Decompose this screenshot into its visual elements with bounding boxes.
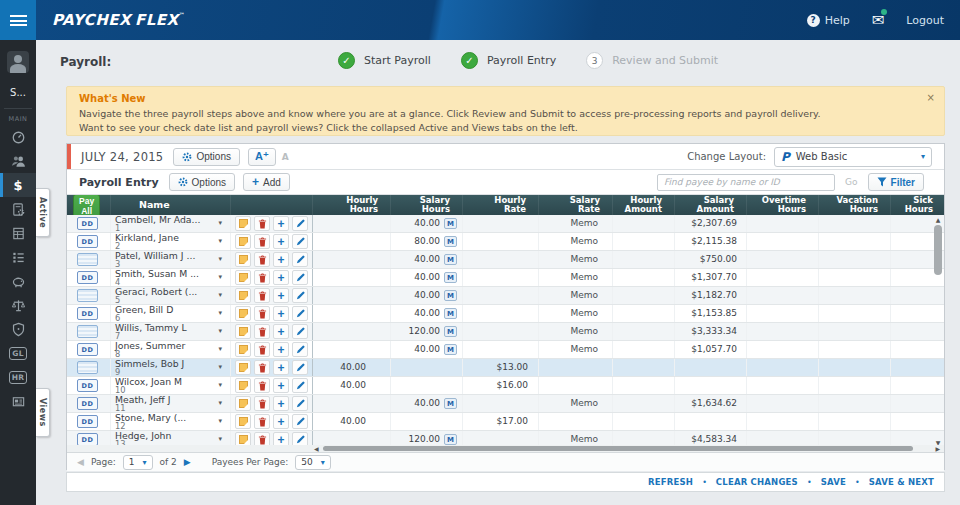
- direct-deposit-icon[interactable]: DD: [77, 217, 98, 230]
- delete-row-button[interactable]: [254, 396, 270, 411]
- delete-row-button[interactable]: [254, 270, 270, 285]
- payee-name[interactable]: Simmels, Bob J: [115, 359, 230, 368]
- salary-hours-value[interactable]: 40.00: [414, 395, 440, 412]
- memo-note-button[interactable]: [235, 432, 251, 445]
- payee-name[interactable]: Willis, Tammy L: [115, 323, 230, 332]
- memo-note-button[interactable]: [235, 270, 251, 285]
- payee-menu-caret-icon[interactable]: ▾: [218, 381, 222, 389]
- delete-row-button[interactable]: [254, 378, 270, 393]
- date-options-button[interactable]: Options: [173, 148, 239, 166]
- salary-rate-value[interactable]: Memo: [570, 326, 598, 336]
- delete-row-button[interactable]: [254, 414, 270, 429]
- paper-check-icon[interactable]: [77, 289, 98, 302]
- memo-m-badge[interactable]: M: [444, 290, 457, 301]
- edit-row-button[interactable]: [292, 378, 308, 393]
- payee-menu-caret-icon[interactable]: ▾: [218, 417, 222, 425]
- memo-m-badge[interactable]: M: [444, 218, 457, 229]
- font-decrease-button[interactable]: A: [282, 152, 289, 162]
- hourly-hours-value[interactable]: 40.00: [340, 380, 366, 390]
- memo-note-button[interactable]: [235, 252, 251, 267]
- memo-m-badge[interactable]: M: [444, 398, 457, 409]
- vertical-scrollbar[interactable]: ▲ ▼: [933, 216, 943, 446]
- entry-options-button[interactable]: Options: [169, 173, 235, 191]
- payee-menu-caret-icon[interactable]: ▾: [218, 327, 222, 335]
- help-button[interactable]: ? Help: [807, 14, 850, 27]
- font-increase-button[interactable]: A⁺: [248, 148, 276, 166]
- direct-deposit-icon[interactable]: DD: [77, 271, 98, 284]
- salary-rate-value[interactable]: Memo: [570, 308, 598, 318]
- memo-m-badge[interactable]: M: [444, 344, 457, 355]
- memo-note-button[interactable]: [235, 324, 251, 339]
- direct-deposit-icon[interactable]: DD: [77, 415, 98, 428]
- salary-rate-value[interactable]: Memo: [570, 398, 598, 408]
- payee-menu-caret-icon[interactable]: ▾: [218, 345, 222, 353]
- add-line-item-button[interactable]: +: [273, 252, 289, 267]
- go-button-disabled[interactable]: Go: [845, 177, 857, 187]
- logout-button[interactable]: Logout: [906, 14, 944, 27]
- memo-m-badge[interactable]: M: [444, 326, 457, 337]
- scroll-up-icon[interactable]: ▲: [933, 216, 943, 223]
- sidebar-item-employees[interactable]: [0, 149, 36, 173]
- salary-amount-value[interactable]: $1,057.70: [691, 344, 737, 354]
- table-row[interactable]: Geraci, Robert (...▾5+40.00MMemo$1,182.7…: [67, 287, 944, 305]
- delete-row-button[interactable]: [254, 324, 270, 339]
- salary-amount-value[interactable]: $1,153.85: [691, 308, 737, 318]
- salary-amount-value[interactable]: $750.00: [700, 254, 737, 264]
- paper-check-icon[interactable]: [77, 253, 98, 266]
- salary-amount-value[interactable]: $4,583.34: [691, 434, 737, 444]
- payee-name[interactable]: Kirkland, Jane: [115, 233, 230, 242]
- edit-row-button[interactable]: [292, 216, 308, 231]
- edit-row-button[interactable]: [292, 432, 308, 445]
- table-row[interactable]: Simmels, Bob J▾9+40.00$13.00: [67, 359, 944, 377]
- step-review-and-submit[interactable]: 3Review and Submit: [586, 52, 718, 69]
- per-page-select[interactable]: 50 ▾: [295, 455, 330, 470]
- salary-amount-value[interactable]: $1,182.70: [691, 290, 737, 300]
- salary-rate-value[interactable]: Memo: [570, 272, 598, 282]
- delete-row-button[interactable]: [254, 234, 270, 249]
- footer-link-save-next[interactable]: SAVE & NEXT: [869, 477, 934, 487]
- edit-row-button[interactable]: [292, 252, 308, 267]
- hourly-rate-value[interactable]: $16.00: [497, 380, 529, 390]
- payee-name[interactable]: Hedge, John: [115, 431, 230, 440]
- memo-m-badge[interactable]: M: [444, 236, 457, 247]
- table-row[interactable]: DDCambell, Mr Ada...▾1+40.00MMemo$2,307.…: [67, 215, 944, 233]
- direct-deposit-icon[interactable]: DD: [77, 343, 98, 356]
- delete-row-button[interactable]: [254, 288, 270, 303]
- memo-note-button[interactable]: [235, 306, 251, 321]
- sidebar-item-dashboard[interactable]: [0, 125, 36, 149]
- table-row[interactable]: DDGreen, Bill D▾6+40.00MMemo$1,153.85: [67, 305, 944, 323]
- page-select[interactable]: 1 ▾: [123, 455, 153, 470]
- sidebar-item-benefits[interactable]: [0, 269, 36, 293]
- salary-hours-value[interactable]: 40.00: [414, 269, 440, 286]
- tab-payroll-entry[interactable]: Payroll Entry: [79, 176, 159, 189]
- next-page-icon[interactable]: ▶: [184, 457, 191, 467]
- pay-all-button[interactable]: Pay All: [73, 195, 100, 215]
- table-row[interactable]: DDJones, Summer▾8+40.00MMemo$1,057.70: [67, 341, 944, 359]
- salary-rate-value[interactable]: Memo: [570, 218, 598, 228]
- salary-hours-value[interactable]: 40.00: [414, 341, 440, 358]
- salary-hours-value[interactable]: 40.00: [414, 251, 440, 268]
- sidebar-item-compliance[interactable]: [0, 293, 36, 317]
- table-row[interactable]: DDWilcox, Joan M▾10+40.00$16.00: [67, 377, 944, 395]
- memo-note-button[interactable]: [235, 288, 251, 303]
- payee-menu-caret-icon[interactable]: ▾: [218, 363, 222, 371]
- payee-menu-caret-icon[interactable]: ▾: [218, 399, 222, 407]
- delete-row-button[interactable]: [254, 216, 270, 231]
- salary-rate-value[interactable]: Memo: [570, 290, 598, 300]
- add-line-item-button[interactable]: +: [273, 342, 289, 357]
- payee-menu-caret-icon[interactable]: ▾: [218, 309, 222, 317]
- memo-m-badge[interactable]: M: [444, 254, 457, 265]
- payee-name[interactable]: Jones, Summer: [115, 341, 230, 350]
- edit-row-button[interactable]: [292, 306, 308, 321]
- delete-row-button[interactable]: [254, 306, 270, 321]
- payee-menu-caret-icon[interactable]: ▾: [218, 435, 222, 443]
- salary-rate-value[interactable]: Memo: [570, 434, 598, 444]
- memo-note-button[interactable]: [235, 234, 251, 249]
- salary-amount-value[interactable]: $3,333.34: [691, 326, 737, 336]
- banner-close-icon[interactable]: ×: [927, 92, 935, 103]
- messages-button[interactable]: ✉: [872, 11, 885, 29]
- salary-hours-value[interactable]: 120.00: [409, 431, 441, 445]
- hourly-hours-value[interactable]: 40.00: [340, 416, 366, 426]
- add-line-item-button[interactable]: +: [273, 216, 289, 231]
- memo-note-button[interactable]: [235, 360, 251, 375]
